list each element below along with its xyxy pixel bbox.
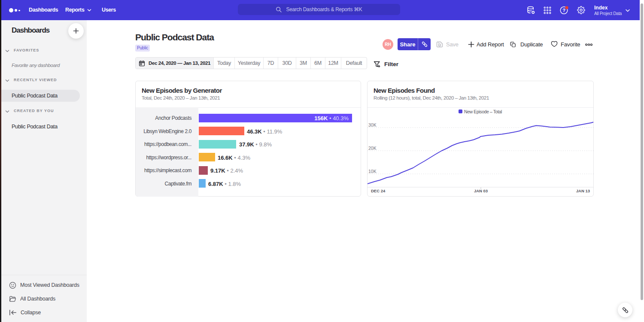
svg-text:JAN 03: JAN 03 [474,188,488,193]
svg-text:JAN 13: JAN 13 [576,188,590,193]
svg-text:30K: 30K [368,122,377,128]
svg-text:10K: 10K [368,169,377,174]
svg-text:?: ? [562,8,565,13]
svg-text:DEC 24: DEC 24 [371,188,386,193]
svg-text:20K: 20K [368,146,377,151]
